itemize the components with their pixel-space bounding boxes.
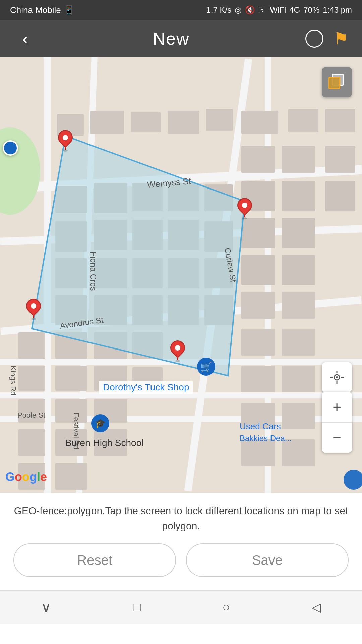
svg-rect-15 bbox=[168, 111, 199, 134]
svg-rect-49 bbox=[282, 255, 315, 285]
svg-rect-74 bbox=[241, 439, 275, 466]
svg-text:Kings Rd: Kings Rd bbox=[9, 366, 17, 395]
svg-rect-35 bbox=[325, 181, 355, 211]
location-icon bbox=[329, 370, 344, 385]
svg-rect-57 bbox=[55, 366, 87, 391]
action-buttons: Reset Save bbox=[13, 543, 349, 577]
geofence-pin-4[interactable] bbox=[170, 340, 185, 362]
zoom-in-button[interactable]: + bbox=[322, 392, 352, 422]
svg-rect-18 bbox=[288, 109, 318, 132]
user-location-pin bbox=[3, 140, 18, 156]
svg-rect-66 bbox=[282, 366, 315, 392]
school-icon: 🎓 bbox=[91, 414, 109, 432]
nav-back-button[interactable]: ∨ bbox=[41, 599, 51, 615]
layer-icon bbox=[328, 74, 345, 91]
map-container[interactable]: Wemyss St Fiona Cres Curlew St Avondrus … bbox=[0, 57, 362, 493]
map-background: Wemyss St Fiona Cres Curlew St Avondrus … bbox=[0, 57, 362, 493]
svg-text:Bakkies Dea...: Bakkies Dea... bbox=[240, 434, 292, 443]
svg-rect-14 bbox=[131, 112, 161, 132]
bottom-panel: GEO-fence:polygon.Tap the screen to lock… bbox=[0, 493, 362, 590]
map-layer-button[interactable] bbox=[322, 67, 352, 97]
wifi-icon: WiFi bbox=[270, 5, 286, 15]
dorothy-tuck-shop-label: Dorothy's Tuck Shop bbox=[99, 381, 193, 394]
svg-rect-26 bbox=[282, 146, 315, 173]
save-button[interactable]: Save bbox=[186, 543, 349, 577]
status-right: 1.7 K/s ◎ 🔇 ⚿ WiFi 4G 70% 1:43 pm bbox=[206, 5, 352, 15]
svg-rect-19 bbox=[325, 109, 355, 132]
partial-poi-icon bbox=[344, 470, 362, 490]
svg-rect-73 bbox=[55, 463, 87, 490]
svg-rect-56 bbox=[18, 366, 45, 391]
clock: 1:43 pm bbox=[323, 5, 352, 15]
svg-rect-71 bbox=[282, 402, 315, 429]
svg-text:Poole St: Poole St bbox=[17, 411, 45, 419]
zoom-out-button[interactable]: − bbox=[322, 423, 352, 453]
svg-rect-63 bbox=[55, 399, 87, 423]
svg-rect-60 bbox=[241, 329, 275, 356]
svg-rect-13 bbox=[90, 111, 124, 134]
reset-button[interactable]: Reset bbox=[13, 543, 176, 577]
svg-rect-34 bbox=[282, 181, 315, 211]
nav-bar: ‹ New ⚑ bbox=[0, 20, 362, 57]
geofence-pin-1[interactable] bbox=[58, 130, 73, 152]
dorothy-tuck-shop-icon[interactable]: 🛒 bbox=[197, 358, 215, 376]
geofence-pin-3[interactable] bbox=[26, 299, 41, 320]
svg-point-91 bbox=[336, 376, 338, 378]
svg-rect-16 bbox=[206, 109, 233, 131]
svg-rect-75 bbox=[282, 439, 315, 466]
svg-rect-42 bbox=[282, 218, 315, 248]
svg-rect-27 bbox=[325, 146, 355, 173]
svg-rect-67 bbox=[18, 429, 45, 456]
svg-text:Used Cars: Used Cars bbox=[240, 421, 281, 431]
battery-level: 70% bbox=[303, 5, 319, 15]
svg-rect-50 bbox=[18, 332, 45, 359]
signal-icon: 4G bbox=[289, 5, 300, 15]
svg-rect-17 bbox=[241, 111, 278, 134]
svg-rect-48 bbox=[241, 255, 275, 285]
geofence-pin-2[interactable] bbox=[237, 198, 252, 219]
nav-actions: ⚑ bbox=[305, 30, 349, 48]
page-title: New bbox=[153, 29, 189, 49]
speed-indicator: 1.7 K/s bbox=[206, 5, 232, 15]
nav-menu-button[interactable]: ◁ bbox=[312, 600, 321, 614]
status-left: China Mobile 📱 bbox=[10, 5, 74, 15]
status-bar: China Mobile 📱 1.7 K/s ◎ 🔇 ⚿ WiFi 4G 70%… bbox=[0, 0, 362, 20]
location-icon: ◎ bbox=[235, 5, 242, 15]
geofence-description: GEO-fence:polygon.Tap the screen to lock… bbox=[13, 503, 349, 533]
google-logo: Google bbox=[5, 470, 47, 484]
my-location-button[interactable] bbox=[322, 362, 352, 392]
svg-rect-54 bbox=[241, 292, 275, 319]
svg-rect-55 bbox=[282, 292, 315, 319]
nav-home-button[interactable]: □ bbox=[133, 600, 141, 614]
whatsapp-icon: 📱 bbox=[64, 5, 74, 15]
mute-icon: 🔇 bbox=[245, 5, 255, 15]
circle-button[interactable] bbox=[305, 30, 323, 48]
school-label: Buren High School bbox=[65, 438, 143, 448]
zoom-controls: + − bbox=[322, 392, 352, 453]
svg-rect-41 bbox=[241, 218, 275, 248]
bottom-nav-bar: ∨ □ ○ ◁ bbox=[0, 590, 362, 624]
flag-button[interactable]: ⚑ bbox=[334, 30, 349, 47]
vpn-icon: ⚿ bbox=[258, 5, 266, 15]
svg-rect-61 bbox=[282, 329, 315, 356]
back-button[interactable]: ‹ bbox=[13, 29, 37, 48]
nav-circle-button[interactable]: ○ bbox=[222, 600, 230, 614]
svg-rect-65 bbox=[241, 366, 275, 392]
svg-text:Fiona Cres: Fiona Cres bbox=[89, 252, 98, 291]
svg-rect-25 bbox=[241, 146, 275, 173]
carrier-name: China Mobile bbox=[10, 5, 61, 15]
